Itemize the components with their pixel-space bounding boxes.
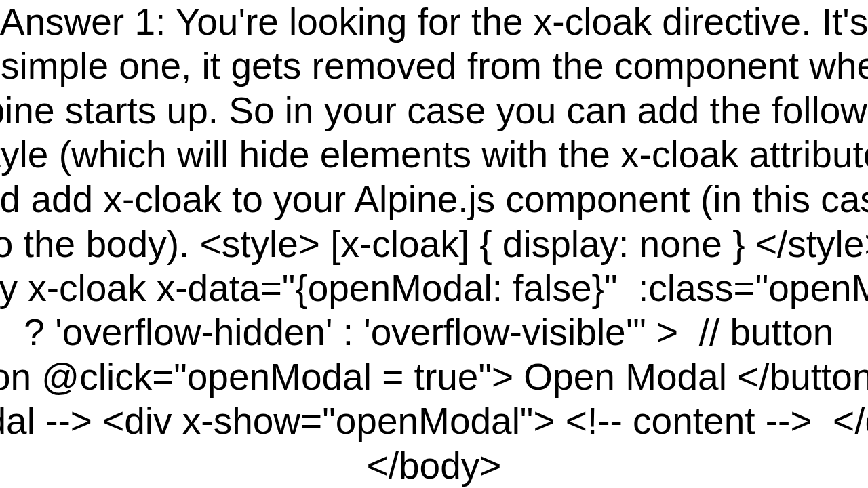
answer-line-9: <button @click="openModal = true"> Open … xyxy=(0,355,868,400)
answer-line-7: <body x-cloak x-data="{openModal: false}… xyxy=(0,266,868,311)
answer-line-11: </body> xyxy=(367,444,502,488)
answer-line-4: style (which will hide elements with the… xyxy=(0,133,868,178)
answer-line-8: ? 'overflow-hidden' : 'overflow-visible'… xyxy=(24,310,844,355)
answer-line-5: and add x-cloak to your Alpine.js compon… xyxy=(0,178,868,222)
document-viewport: Answer 1: You're looking for the x-cloak… xyxy=(0,0,868,488)
answer-line-6: to the body). <style> [x-cloak] { displa… xyxy=(0,222,868,267)
answer-line-2: a simple one, it gets removed from the c… xyxy=(0,44,868,89)
answer-line-3: Alpine starts up. So in your case you ca… xyxy=(0,89,868,134)
answer-line-1: Answer 1: You're looking for the x-cloak… xyxy=(0,0,868,45)
answer-line-10: modal --> <div x-show="openModal"> <!-- … xyxy=(0,399,868,444)
